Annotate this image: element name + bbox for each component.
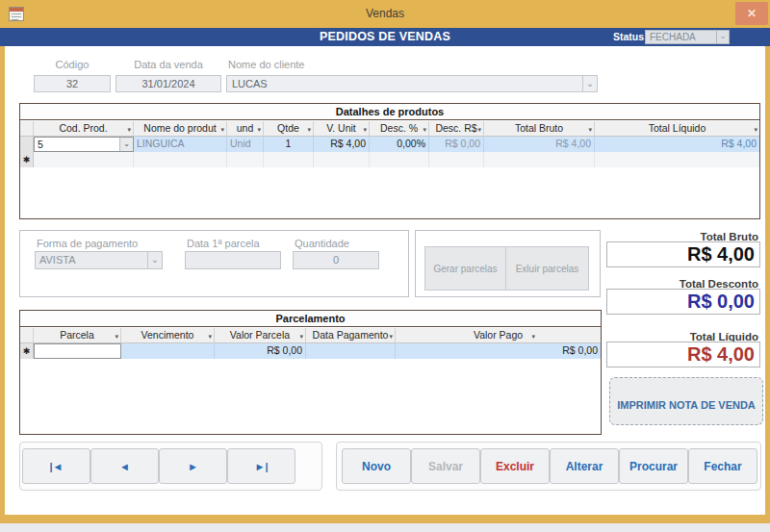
parcelamento-groupbox: Parcelamento Parcela▾ Vencimento▾ Valor … <box>19 310 602 435</box>
dropdown-icon[interactable]: ▾ <box>307 122 311 137</box>
status-dropdown[interactable]: FECHADA ⌄ <box>645 30 730 44</box>
cell-v-unit[interactable]: R$ 4,00 <box>314 137 370 152</box>
cell-data-pagamento[interactable] <box>306 343 396 359</box>
window-title: Vendas <box>0 0 770 28</box>
salvar-button[interactable]: Salvar <box>411 448 480 484</box>
quantidade-label: Quantidade <box>295 238 349 249</box>
dropdown-icon[interactable]: ▾ <box>477 122 481 137</box>
parcelamento-header-row: Parcela▾ Vencimento▾ Valor Parcela▾ Data… <box>20 328 601 343</box>
nav-first-button[interactable]: |◄ <box>22 448 90 484</box>
cell-total-bruto[interactable]: R$ 4,00 <box>484 137 595 152</box>
chevron-down-icon: ⌄ <box>582 76 597 91</box>
cell-cod-prod[interactable]: 5⌄ <box>34 137 134 152</box>
dropdown-icon[interactable]: ▾ <box>389 329 393 343</box>
col-cod-prod[interactable]: Cod. Prod.▾ <box>34 121 134 137</box>
products-groupbox: Datalhes de produtos Cod. Prod.▾ Nome do… <box>19 103 760 219</box>
new-record-icon: ✱ <box>20 343 34 359</box>
novo-button[interactable]: Novo <box>342 448 411 484</box>
exluir-parcelas-button[interactable]: Exluir parcelas <box>505 246 589 291</box>
dropdown-icon[interactable]: ⌄ <box>119 138 133 151</box>
payment-panel: Forma de pagamento Data 1ª parcela Quant… <box>19 230 409 297</box>
col-nome-produto[interactable]: Nome do produt▾ <box>134 121 227 137</box>
col-total-liquido[interactable]: Total Líquido▾ <box>595 121 759 137</box>
data-parcela-field[interactable] <box>185 251 281 269</box>
procurar-button[interactable]: Procurar <box>619 448 688 484</box>
cell-valor-parcela[interactable]: R$ 0,00 <box>215 343 306 359</box>
total-liquido-value: R$ 4,00 <box>606 342 760 367</box>
forma-pagamento-dropdown[interactable]: AVISTA ⌄ <box>35 251 163 269</box>
data-venda-field[interactable]: 31/01/2024 <box>116 75 221 92</box>
data-parcela-label: Data 1ª parcela <box>187 238 260 249</box>
dropdown-icon[interactable]: ▾ <box>257 122 261 137</box>
cliente-dropdown[interactable]: LUCAS ⌄ <box>226 75 598 92</box>
alterar-button[interactable]: Alterar <box>550 448 619 484</box>
dropdown-icon[interactable]: ▾ <box>754 122 757 137</box>
cell-desc-pct[interactable]: 0,00% <box>370 137 429 152</box>
dropdown-icon[interactable]: ▾ <box>208 329 212 343</box>
cell-valor-pago[interactable]: R$ 0,00 <box>396 343 601 359</box>
dropdown-icon[interactable]: ▾ <box>299 329 303 343</box>
dropdown-icon[interactable]: ▾ <box>531 329 535 343</box>
fechar-button[interactable]: Fechar <box>688 448 757 484</box>
total-desconto-value: R$ 0,00 <box>606 289 760 315</box>
nav-next-button[interactable]: ► <box>159 448 227 484</box>
status-label: Status <box>613 28 644 46</box>
parcelamento-new-record-row[interactable]: ✱ R$ 0,00 R$ 0,00 <box>20 343 601 359</box>
col-valor-pago[interactable]: Valor Pago▾ <box>396 328 601 343</box>
chevron-down-icon: ⌄ <box>147 252 162 268</box>
row-selector-header <box>20 328 34 343</box>
new-record-icon: ✱ <box>20 152 34 167</box>
row-selector[interactable] <box>20 137 34 152</box>
products-header-row: Cod. Prod.▾ Nome do produt▾ und▾ Qtde▾ V… <box>20 121 759 137</box>
vendas-window: Vendas ✕ PEDIDOS DE VENDAS Status FECHAD… <box>0 0 770 523</box>
col-vencimento[interactable]: Vencimento▾ <box>121 328 215 343</box>
cell-total-liquido[interactable]: R$ 4,00 <box>595 137 759 152</box>
total-bruto-value: R$ 4,00 <box>606 241 760 267</box>
window-titlebar: Vendas ✕ <box>0 0 770 28</box>
row-selector-header <box>20 121 34 137</box>
screen: Vendas ✕ PEDIDOS DE VENDAS Status FECHAD… <box>0 0 770 532</box>
col-qtde[interactable]: Qtde▾ <box>264 121 314 137</box>
col-desc-rs[interactable]: Desc. R$▾ <box>429 121 484 137</box>
dropdown-icon[interactable]: ▾ <box>115 329 118 343</box>
dropdown-icon[interactable]: ▾ <box>220 122 224 137</box>
excluir-button[interactable]: Excluir <box>480 448 550 484</box>
col-valor-parcela[interactable]: Valor Parcela▾ <box>215 328 306 343</box>
product-row[interactable]: 5⌄ LINGUICA Unid 1 R$ 4,00 0,00% R$ 0,00… <box>20 137 759 152</box>
imprimir-nota-button[interactable]: IMPRIMIR NOTA DE VENDA <box>609 377 763 425</box>
cell-qtde[interactable]: 1 <box>264 137 314 152</box>
cliente-value: LUCAS <box>232 78 268 89</box>
close-icon[interactable]: ✕ <box>735 2 768 25</box>
parcelamento-title: Parcelamento <box>20 311 601 327</box>
cell-parcela[interactable] <box>34 343 121 359</box>
dropdown-icon[interactable]: ▾ <box>127 122 131 137</box>
col-data-pagamento[interactable]: Data Pagamento▾ <box>306 328 396 343</box>
nav-last-button[interactable]: ►| <box>227 448 295 484</box>
status-value: FECHADA <box>650 32 696 42</box>
gerar-parcelas-button[interactable]: Gerar parcelas <box>424 246 506 291</box>
chevron-down-icon: ⌄ <box>716 31 729 43</box>
quantidade-field[interactable]: 0 <box>293 251 379 269</box>
data-venda-label: Data da venda <box>116 59 221 70</box>
codigo-field[interactable]: 32 <box>34 75 111 92</box>
col-v-unit[interactable]: V. Unit▾ <box>314 121 370 137</box>
cell-desc-rs[interactable]: R$ 0,00 <box>429 137 484 152</box>
form-header: PEDIDOS DE VENDAS Status FECHADA ⌄ <box>0 28 770 46</box>
col-desc-pct[interactable]: Desc. %▾ <box>370 121 429 137</box>
col-total-bruto[interactable]: Total Bruto▾ <box>484 121 595 137</box>
dropdown-icon[interactable]: ▾ <box>423 122 426 137</box>
col-und[interactable]: und▾ <box>227 121 264 137</box>
codigo-label: Código <box>34 59 111 70</box>
cell-nome-produto[interactable]: LINGUICA <box>134 137 227 152</box>
dropdown-icon[interactable]: ▾ <box>588 122 592 137</box>
dropdown-icon[interactable]: ▾ <box>363 122 367 137</box>
cell-und[interactable]: Unid <box>227 137 264 152</box>
products-title: Datalhes de produtos <box>20 104 759 120</box>
forma-pagamento-label: Forma de pagamento <box>37 238 138 249</box>
cliente-label: Nome do cliente <box>228 59 305 70</box>
col-parcela[interactable]: Parcela▾ <box>34 328 121 343</box>
products-new-record-row[interactable]: ✱ <box>20 152 759 167</box>
nav-previous-button[interactable]: ◄ <box>90 448 159 484</box>
parcelas-buttons-panel: Gerar parcelas Exluir parcelas <box>415 230 601 297</box>
cell-vencimento[interactable] <box>121 343 215 359</box>
